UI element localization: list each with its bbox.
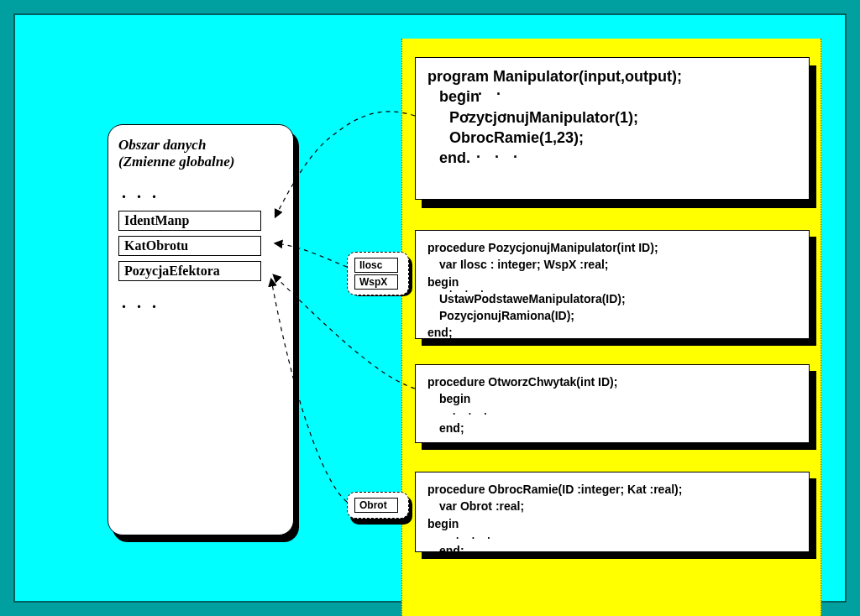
code-line: var Ilosc : integer; WspX :real; [427, 256, 797, 273]
ellipsis: . . . [122, 183, 283, 202]
ellipsis: . . . [461, 101, 512, 121]
ellipsis: . . . [122, 293, 283, 312]
code-line: procedure ObrocRamie(ID :integer; Kat :r… [427, 481, 797, 498]
code-line: end; [427, 420, 797, 436]
local-var: Ilosc [354, 258, 398, 273]
code-line: end; [427, 324, 797, 341]
ellipsis: . . . [454, 80, 506, 100]
procedure-block-3: procedure ObrocRamie(ID :integer; Kat :r… [415, 472, 810, 552]
data-panel-title: Obszar danych (Zmienne globalne) [118, 137, 283, 171]
ellipsis: . . . [448, 405, 492, 419]
ellipsis: . . . [471, 143, 522, 163]
local-var: WspX [354, 274, 398, 290]
code-line: var Obrot :real; [427, 498, 797, 514]
diagram-canvas: Obszar danych (Zmienne globalne) . . . I… [13, 13, 847, 603]
code-line: PozycjonujRamiona(ID); [427, 307, 797, 324]
global-var: PozycjaEfektora [118, 261, 261, 281]
local-vars-box-1: Ilosc WspX [347, 252, 409, 295]
code-line: end; [427, 542, 797, 559]
global-data-panel: Obszar danych (Zmienne globalne) . . . I… [108, 124, 294, 535]
local-var: Obrot [354, 498, 398, 513]
global-var: KatObrotu [118, 236, 261, 256]
main-program-block: program Manipulator(input,output); . . .… [415, 57, 810, 200]
global-var: IdentManp [118, 211, 261, 231]
ellipsis: . . . [444, 282, 489, 296]
code-line: procedure PozycjonujManipulator(int ID); [427, 239, 797, 256]
procedure-block-2: procedure OtworzChwytak(int ID); begin .… [415, 364, 810, 443]
local-vars-box-2: Obrot [347, 492, 409, 519]
code-line: procedure OtworzChwytak(int ID); [427, 373, 797, 390]
procedure-block-1: procedure PozycjonujManipulator(int ID);… [415, 230, 810, 339]
code-line: end. [439, 149, 470, 166]
ellipsis: . . . [451, 529, 496, 543]
